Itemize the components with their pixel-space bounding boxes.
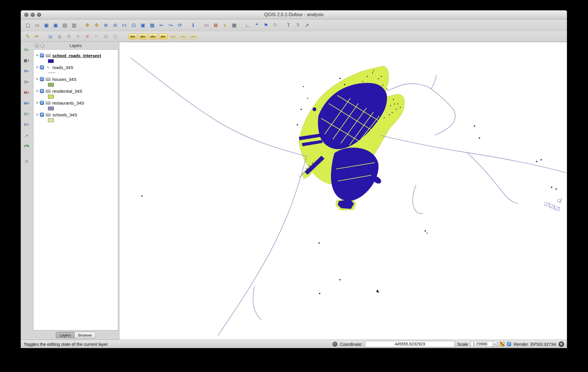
layer-checkbox[interactable] xyxy=(40,65,44,69)
panel-close-button[interactable] xyxy=(35,44,39,48)
deselect-features-button[interactable]: ⊠ xyxy=(211,21,220,29)
show-bookmarks-button[interactable]: ⚐ xyxy=(271,21,280,29)
add-feature-button[interactable]: ◉ xyxy=(55,32,64,40)
delete-selected-button[interactable]: ✖ xyxy=(83,32,92,40)
stop-rendering-icon[interactable] xyxy=(500,342,504,346)
new-print-composer-button[interactable]: ▤ xyxy=(60,21,69,29)
whats-this-button[interactable]: ➚ xyxy=(303,21,311,29)
composer-manager-button[interactable]: ▥ xyxy=(70,21,78,29)
layer-name[interactable]: restaurants_34S xyxy=(52,101,84,105)
cut-features-button[interactable]: ✂ xyxy=(92,32,101,40)
node-tool-button[interactable]: ✣ xyxy=(74,32,82,40)
add-wms-layer-button[interactable]: W+ xyxy=(23,99,31,107)
layer-checkbox[interactable] xyxy=(40,77,44,81)
expand-triangle-icon[interactable] xyxy=(36,78,40,81)
add-spatialite-layer-button[interactable]: S+ xyxy=(23,78,31,85)
add-wcs-layer-button[interactable]: C+ xyxy=(23,110,31,118)
layer-name[interactable]: school_roads_intersect xyxy=(52,53,101,58)
add-raster-layer-button[interactable]: ▦+ xyxy=(23,57,31,64)
save-project-button[interactable]: ▣ xyxy=(42,21,51,29)
zoom-next-button[interactable]: ↪ xyxy=(166,21,175,29)
add-mssql-layer-button[interactable]: M+ xyxy=(23,89,31,96)
new-shapefile-layer-button[interactable]: V✎ xyxy=(23,142,31,150)
open-project-button[interactable]: ▭ xyxy=(33,21,41,29)
zoom-button[interactable] xyxy=(37,13,41,17)
dock-tab-bar: Layers Browser xyxy=(32,330,119,340)
measure-line-button[interactable]: ∟ xyxy=(243,21,252,29)
layer-checkbox[interactable] xyxy=(40,101,44,105)
pan-to-selection-button[interactable]: ✜ xyxy=(92,21,101,29)
coordinate-input[interactable] xyxy=(365,341,455,347)
scale-value: 1:29988 xyxy=(471,342,492,346)
expand-triangle-icon[interactable] xyxy=(36,90,40,92)
toggle-editing-button[interactable]: ✏ xyxy=(33,32,41,40)
zoom-last-button[interactable]: ↩ xyxy=(157,21,166,29)
zoom-actual-button[interactable]: 1:1 xyxy=(120,21,129,29)
layer-labeling-options-button[interactable]: abc xyxy=(129,34,137,39)
expand-triangle-icon[interactable] xyxy=(36,66,40,69)
layer-diagram-options-button[interactable]: abc xyxy=(189,34,198,39)
add-wfs-layer-button[interactable]: F+ xyxy=(23,121,31,128)
add-postgis-layer-button[interactable]: P+ xyxy=(23,67,31,75)
add-vector-layer-button[interactable]: V+ xyxy=(23,46,31,53)
layer-item-residential-34s[interactable]: residential_34S xyxy=(34,88,118,94)
scale-combo[interactable]: 1:29988 ▾ xyxy=(471,341,497,347)
render-checkbox[interactable] xyxy=(507,342,511,346)
layer-name[interactable]: houses_34S xyxy=(52,77,76,82)
toolbar-digitizing-labeling: ✎ ✏ ▣ ◉ ✥ ✣ ✖ ✂ ⊞ ⊟ abc abc abc abc abc … xyxy=(21,31,567,42)
expand-triangle-icon[interactable] xyxy=(36,54,40,57)
minimize-button[interactable] xyxy=(31,13,35,17)
tab-browser[interactable]: Browser xyxy=(74,332,96,338)
move-feature-button[interactable]: ✥ xyxy=(64,32,73,40)
layer-checkbox[interactable] xyxy=(40,113,44,117)
identify-features-button[interactable]: ℹ xyxy=(189,21,197,29)
select-features-button[interactable]: ▭ xyxy=(202,21,211,29)
layer-checkbox[interactable] xyxy=(40,89,44,93)
zoom-in-button[interactable]: ⊕ xyxy=(101,21,110,29)
close-button[interactable] xyxy=(24,13,28,17)
label-properties-button[interactable]: abc xyxy=(179,34,188,39)
tab-layers[interactable]: Layers xyxy=(56,332,74,338)
paste-features-button[interactable]: ⊟ xyxy=(111,32,119,40)
select-by-expression-button[interactable]: ε xyxy=(221,21,229,29)
layer-checkbox[interactable] xyxy=(40,53,44,57)
map-tips-button[interactable]: ❝ xyxy=(252,21,261,29)
layer-item-roads-34s[interactable]: roads_34S xyxy=(34,64,118,71)
layer-name[interactable]: roads_34S xyxy=(52,65,73,70)
zoom-out-button[interactable]: ⊖ xyxy=(111,21,119,29)
zoom-to-layer-button[interactable]: ▦ xyxy=(148,21,156,29)
toolbar-separator xyxy=(280,22,284,29)
remove-layer-button[interactable]: ⊠ xyxy=(23,157,31,165)
label-show-hide-button[interactable]: abc xyxy=(149,34,157,39)
zoom-full-button[interactable]: ⊡ xyxy=(129,21,138,29)
map-refresh-button[interactable]: ⟳ xyxy=(175,21,184,29)
current-edits-button[interactable]: ✎ xyxy=(23,32,32,40)
copy-features-button[interactable]: ⊞ xyxy=(101,32,110,40)
expand-triangle-icon[interactable] xyxy=(36,113,40,116)
label-pin-button[interactable]: abc xyxy=(139,34,147,39)
layer-item-schools-34s[interactable]: schools_34S xyxy=(34,111,118,118)
zoom-to-selection-button[interactable]: ▣ xyxy=(138,21,147,29)
layer-item-houses-34s[interactable]: houses_34S xyxy=(34,76,118,83)
label-move-button[interactable]: abc xyxy=(159,34,167,39)
expand-triangle-icon[interactable] xyxy=(36,101,40,104)
help-button[interactable]: ? xyxy=(293,21,302,29)
layer-item-restaurants-34s[interactable]: restaurants_34S xyxy=(34,99,118,106)
panel-float-button[interactable] xyxy=(40,44,44,48)
pan-map-button[interactable]: ✥ xyxy=(83,21,92,29)
open-attribute-table-button[interactable]: ▦ xyxy=(230,21,238,29)
map-canvas[interactable] xyxy=(119,42,567,340)
layer-item-school-roads-intersect[interactable]: school_roads_intersect xyxy=(34,52,118,59)
new-project-button[interactable]: ▢ xyxy=(23,21,32,29)
crs-status-button[interactable] xyxy=(559,341,564,347)
add-delimited-text-layer-button[interactable]: ,+ xyxy=(23,131,31,139)
layer-name[interactable]: schools_34S xyxy=(52,112,77,117)
layer-swatch xyxy=(48,118,54,122)
save-layer-edits-button[interactable]: ▣ xyxy=(46,32,55,40)
label-rotate-button[interactable]: abc xyxy=(169,34,177,39)
mouse-position-icon[interactable] xyxy=(332,342,337,347)
layer-name[interactable]: residential_34S xyxy=(52,89,82,94)
text-annotation-button[interactable]: T xyxy=(284,21,293,29)
new-bookmark-button[interactable]: ⚑ xyxy=(262,21,270,29)
save-project-as-button[interactable]: ▣ xyxy=(51,21,60,29)
